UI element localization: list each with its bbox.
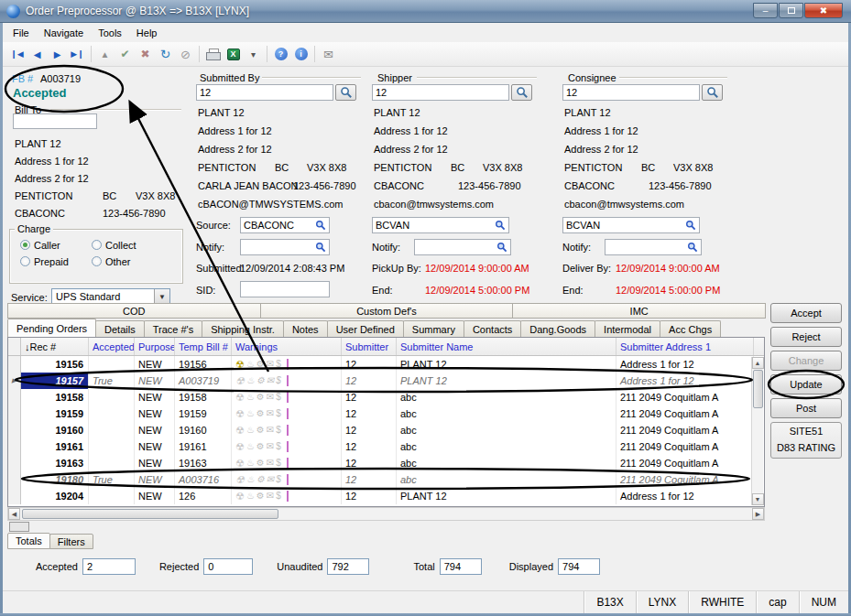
tab-dang-goods[interactable]: Dang.Goods [520, 320, 595, 337]
vscroll-thumb[interactable] [753, 370, 763, 408]
tab-totals[interactable]: Totals [7, 533, 50, 549]
statusbar-cells: B13XLYNXRWHITEcapNUM [584, 591, 848, 613]
close-icon: ✖ [820, 5, 827, 16]
lookup-icon[interactable] [685, 220, 696, 231]
maximize-button[interactable] [779, 3, 803, 18]
column-header-accepted[interactable]: Accepted [89, 338, 135, 355]
tab-contacts[interactable]: Contacts [464, 320, 521, 337]
first-record[interactable]: ❙◀ [7, 45, 27, 64]
tab-pending-orders[interactable]: Pending Orders [7, 319, 96, 337]
mail[interactable]: ✉ [319, 45, 338, 64]
table-row[interactable]: 19156NEW19156☢♨⚙✉$12PLANT 12Address 1 fo… [8, 356, 764, 373]
reject-button[interactable]: Reject [770, 327, 842, 347]
tab-imc[interactable]: IMC [512, 303, 766, 319]
shipper-notify-input[interactable] [414, 239, 511, 255]
consignee-search-button[interactable] [702, 84, 723, 101]
lookup-icon[interactable] [495, 220, 506, 231]
lookup-icon[interactable] [315, 242, 326, 253]
column-header-temp-bill[interactable]: Temp Bill # [175, 338, 232, 355]
column-header-rec[interactable]: ↓Rec # [21, 338, 89, 355]
cell-rec: 19158 [21, 389, 89, 405]
tab-cod[interactable]: COD [7, 303, 261, 319]
help-globe[interactable]: ? [271, 45, 290, 64]
table-row[interactable]: 19204NEW126☢♨⚙✉$12PLANT 12Address 1 for … [8, 488, 764, 504]
post-button[interactable]: Post [770, 398, 842, 418]
submitted-by-code: 12 [200, 87, 211, 98]
menu-item-navigate[interactable]: Navigate [37, 26, 91, 40]
submitted-by-search-button[interactable] [335, 84, 356, 101]
column-header-submitter-name[interactable]: Submitter Name [397, 338, 616, 355]
last-record[interactable]: ▶❙ [68, 45, 87, 64]
lookup-icon[interactable] [687, 242, 698, 253]
sid-input[interactable] [240, 281, 330, 297]
table-row[interactable]: 19159NEW19159☢♨⚙✉$12abc211 2049 Coquitla… [8, 405, 764, 422]
table-row[interactable]: 19180TrueNEWA003716☢♨⚙✉$12abc211 2049 Co… [8, 471, 764, 488]
tab-intermodal[interactable]: Intermodal [595, 320, 660, 337]
print[interactable] [203, 45, 223, 64]
charge-radio-caller[interactable]: Caller [20, 238, 92, 252]
horizontal-scrollbar[interactable]: ◀ ▶ [7, 507, 765, 521]
hscroll-thumb[interactable] [22, 509, 278, 519]
charge-radio-prepaid[interactable]: Prepaid [20, 254, 92, 268]
change-button[interactable]: Change [770, 351, 842, 371]
tab-details[interactable]: Details [95, 320, 145, 337]
minimize-button[interactable]: – [753, 3, 778, 18]
scroll-left-button[interactable]: ◀ [8, 508, 20, 520]
vertical-scrollbar[interactable]: ▲ ▼ [751, 357, 763, 505]
charge-radio-other[interactable]: Other [92, 254, 163, 268]
menu-item-help[interactable]: Help [129, 26, 165, 40]
lookup-icon[interactable] [315, 220, 326, 231]
submitted-by-code-input[interactable]: 12 [196, 84, 333, 101]
tab-user-defined[interactable]: User Defined [327, 320, 404, 337]
warnings-divider [287, 441, 289, 452]
pane-splitter[interactable] [9, 522, 29, 532]
table-row[interactable]: 19158NEW19158☢♨⚙✉$12abc211 2049 Coquitla… [8, 389, 764, 405]
bill-to-input[interactable] [13, 113, 97, 129]
export-excel[interactable]: X [224, 45, 243, 64]
column-header-submitter-address-1[interactable]: Submitter Address 1 [616, 338, 754, 355]
shipper-terminal-input[interactable]: BCVAN [372, 217, 509, 233]
row-selector [8, 455, 21, 471]
menu-item-file[interactable]: File [5, 26, 37, 40]
update-button[interactable]: Update [770, 374, 842, 394]
lookup-icon[interactable] [496, 242, 507, 253]
previous-record[interactable]: ◀ [27, 45, 47, 64]
tab-summary[interactable]: Summary [403, 320, 464, 337]
source-input[interactable]: CBACONC [240, 217, 330, 233]
column-header-purpose[interactable]: Purpose [135, 338, 175, 355]
table-row[interactable]: 19161NEW19161☢♨⚙✉$12abc211 2049 Coquitla… [8, 438, 764, 455]
charge-radio-collect[interactable]: Collect [92, 238, 163, 252]
table-row[interactable]: ▶19157TrueNEWA003719☢♨⚙✉$12PLANT 12Addre… [8, 373, 764, 389]
tab-custom-def-s[interactable]: Custom Def's [260, 303, 514, 319]
refresh[interactable]: ↻ [156, 45, 175, 64]
tab-notes[interactable]: Notes [283, 320, 328, 337]
table-row[interactable]: 19163NEW19163☢♨⚙✉$12abc211 2049 Coquitla… [8, 455, 764, 471]
shipper-code-input[interactable]: 12 [372, 84, 509, 101]
tab-shipping-instr[interactable]: Shipping Instr. [202, 320, 284, 337]
accept-check[interactable]: ✔ [115, 45, 135, 64]
next-record[interactable]: ▶ [48, 45, 67, 64]
consignee-notify-input[interactable] [605, 239, 702, 255]
shipper-search-button[interactable] [511, 84, 532, 101]
no-entry[interactable]: ⊘ [176, 45, 195, 64]
bill-to-contact: CBACONC [15, 208, 65, 219]
scroll-up-button[interactable]: ▲ [752, 357, 764, 369]
export-dropdown[interactable]: ▾ [244, 45, 263, 64]
column-header-warnings[interactable]: Warnings [232, 338, 342, 355]
info[interactable]: i [291, 45, 311, 64]
scroll-right-button[interactable]: ▶ [752, 508, 764, 520]
delete-x[interactable]: ✖ [136, 45, 155, 64]
tab-acc-chgs[interactable]: Acc Chgs [660, 320, 721, 337]
menu-item-tools[interactable]: Tools [91, 26, 129, 40]
table-row[interactable]: 19160NEW19160☢♨⚙✉$12abc211 2049 Coquitla… [8, 422, 764, 438]
consignee-terminal-input[interactable]: BCVAN [562, 217, 700, 233]
consignee-code-input[interactable]: 12 [562, 84, 700, 101]
tab-trace-s[interactable]: Trace #'s [144, 320, 202, 337]
close-button[interactable]: ✖ [804, 3, 843, 18]
column-header-submitter[interactable]: Submitter [342, 338, 397, 355]
tab-filters[interactable]: Filters [49, 534, 93, 549]
move-up[interactable]: ▲ [95, 45, 115, 64]
submitted-notify-input[interactable] [240, 239, 330, 255]
accept-button[interactable]: Accept [770, 303, 842, 323]
scroll-down-button[interactable]: ▼ [752, 493, 764, 505]
